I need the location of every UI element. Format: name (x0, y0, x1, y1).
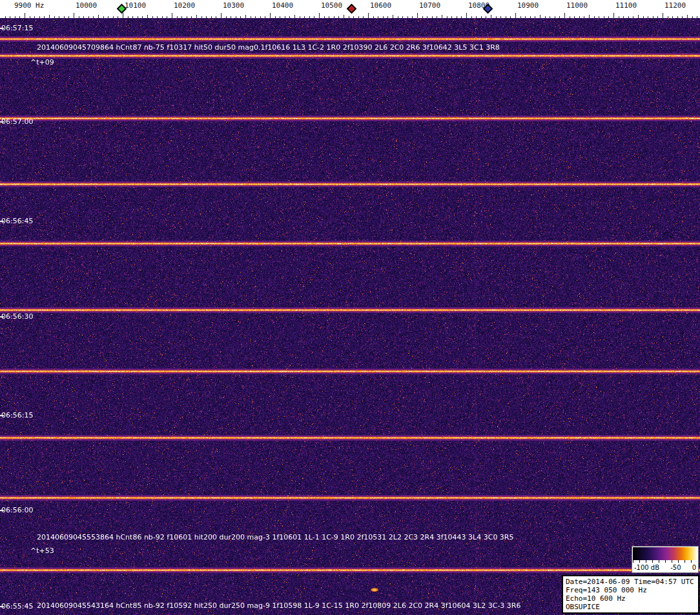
spectrogram-app: 9900 Hz100001010010200103001040010500106… (0, 0, 700, 615)
freq-label: 9900 Hz (14, 1, 44, 10)
freq-tick (270, 13, 271, 18)
time-tick (0, 510, 4, 511)
freq-tick (515, 13, 516, 18)
frequency-ruler: 9900 Hz100001010010200103001040010500106… (0, 0, 700, 18)
time-label: 06:55:45 (1, 603, 33, 610)
freq-tick (123, 13, 123, 18)
info-date-time: Date=2014-06-09 Time=04:57 UTC (566, 578, 695, 586)
color-scale: -100 dB -50 0 (632, 546, 699, 573)
freq-label: 11100 (615, 1, 637, 10)
time-label: 06:56:15 (1, 412, 33, 419)
freq-tick (417, 13, 418, 18)
time-tick (0, 316, 4, 318)
spectrogram-canvas[interactable] (0, 18, 700, 615)
time-tick (0, 28, 4, 29)
freq-label: 10400 (272, 1, 293, 10)
scale-label-min: -100 dB (634, 564, 659, 571)
freq-label: 10700 (419, 1, 440, 10)
freq-tick (663, 13, 663, 18)
freq-tick (172, 13, 172, 18)
time-label: 06:56:45 (1, 217, 33, 225)
freq-label: 10500 (321, 1, 342, 10)
detection-annotation: 20140609045553864 hCnt86 nb-92 f10601 hi… (37, 534, 514, 541)
spectrogram-display: 06:57:1506:57:0006:56:4506:56:3006:56:15… (0, 18, 700, 615)
freq-label: 11200 (664, 1, 686, 10)
info-echo: Echo=10 600 Hz (566, 594, 695, 603)
freq-tick (368, 13, 369, 18)
detection-annotation: ^t+09 (30, 59, 54, 66)
info-frequency: Freq=143 050 000 Hz (566, 586, 695, 594)
time-label: 06:56:00 (1, 507, 33, 514)
scale-label-mid: -50 (670, 564, 681, 571)
time-tick (0, 606, 4, 607)
time-label: 06:57:15 (1, 25, 33, 32)
freq-tick (74, 13, 74, 18)
freq-label: 10000 (76, 1, 97, 10)
scale-label-max: 0 (692, 564, 696, 571)
info-station: OBSUPICE (566, 603, 695, 611)
freq-tick (25, 13, 25, 18)
freq-label: 10100 (125, 1, 146, 10)
color-scale-gradient (633, 547, 697, 560)
detection-annotation: ^t+53 (30, 547, 54, 555)
color-scale-labels: -100 dB -50 0 (633, 563, 697, 572)
freq-label: 10300 (223, 1, 244, 10)
time-tick (0, 221, 4, 222)
freq-label: 11000 (566, 1, 588, 10)
freq-label: 10900 (517, 1, 539, 10)
freq-tick (221, 13, 221, 18)
time-tick (0, 121, 4, 123)
time-label: 06:56:30 (1, 313, 33, 321)
detection-annotation: 20140609045543164 hCnt85 nb-92 f10592 hi… (37, 602, 520, 610)
info-box: Date=2014-06-09 Time=04:57 UTC Freq=143 … (562, 575, 699, 614)
time-tick (0, 415, 4, 416)
freq-tick (466, 13, 467, 18)
freq-label: 10200 (174, 1, 195, 10)
red-diamond-marker[interactable] (347, 4, 357, 14)
time-label: 06:57:00 (1, 118, 33, 126)
detection-annotation: 20140609045709864 hCnt87 nb-75 f10317 hi… (37, 44, 500, 52)
freq-label: 10600 (370, 1, 391, 10)
freq-tick (319, 13, 320, 18)
freq-tick (613, 13, 614, 18)
freq-tick (564, 13, 565, 18)
